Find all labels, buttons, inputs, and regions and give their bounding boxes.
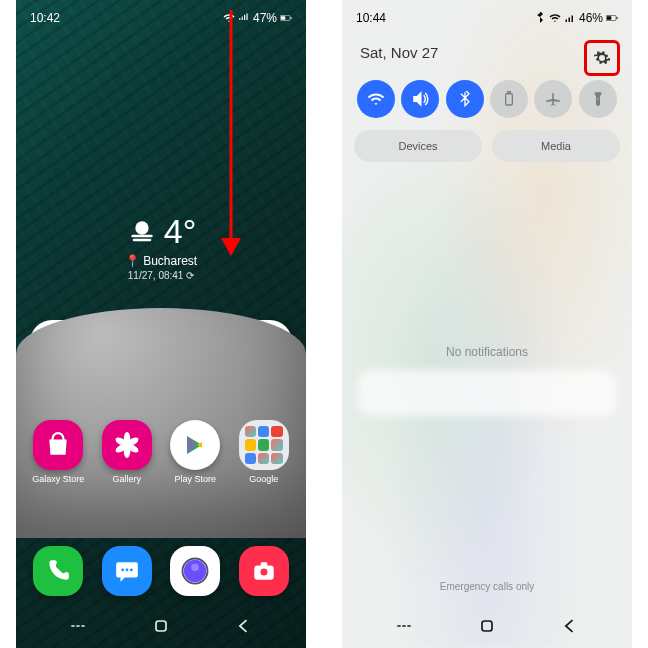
dock-messages[interactable] [97, 546, 157, 596]
home-button[interactable] [151, 616, 171, 636]
status-time: 10:42 [30, 11, 60, 25]
svg-rect-27 [156, 621, 166, 631]
dock-camera[interactable] [234, 546, 294, 596]
panel-date: Sat, Nov 27 [360, 44, 438, 61]
svg-rect-5 [132, 238, 151, 241]
svg-rect-33 [482, 621, 492, 631]
back-button[interactable] [234, 616, 254, 636]
svg-point-22 [192, 564, 200, 572]
toggle-power-saving[interactable] [490, 80, 528, 118]
toggle-sound[interactable] [401, 80, 439, 118]
sound-icon [411, 90, 429, 108]
status-bar: 10:42 47% [16, 0, 306, 32]
notification-panel: 10:44 46% Sat, Nov 27 Devices Media No n… [342, 0, 632, 648]
nav-bar [16, 604, 306, 648]
svg-point-3 [135, 221, 148, 234]
recents-button[interactable] [68, 616, 88, 636]
quick-settings [342, 80, 632, 118]
svg-rect-26 [261, 562, 268, 566]
devices-button[interactable]: Devices [354, 130, 482, 162]
app-gallery[interactable]: Gallery [97, 420, 157, 484]
dock [16, 546, 306, 596]
svg-rect-2 [281, 16, 286, 20]
phone-icon [45, 558, 71, 584]
camera-icon [251, 558, 277, 584]
wifi-icon [223, 12, 235, 24]
toggle-airplane[interactable] [534, 80, 572, 118]
no-notifications-text: No notifications [342, 345, 632, 359]
svg-point-19 [130, 569, 133, 572]
emergency-text: Emergency calls only [342, 581, 632, 592]
toggle-wifi[interactable] [357, 80, 395, 118]
airplane-icon [544, 90, 562, 108]
app-play-store[interactable]: Play Store [165, 420, 225, 484]
bluetooth-icon [457, 91, 473, 107]
nav-bar [342, 604, 632, 648]
signal-icon [238, 12, 250, 24]
qs-pills: Devices Media [354, 130, 620, 162]
recents-button[interactable] [394, 616, 414, 636]
message-icon [114, 558, 140, 584]
battery-saver-icon [501, 91, 517, 107]
home-screen: 10:42 47% 4° 📍 Bucharest 11/27, 08:41 ⟳ … [16, 0, 306, 648]
svg-rect-0 [280, 16, 290, 21]
app-folder-google[interactable]: Google [234, 420, 294, 484]
svg-point-18 [125, 569, 128, 572]
gear-icon [593, 49, 611, 67]
app-row: Galaxy Store Gallery Play Store Google [16, 420, 306, 484]
globe-icon [180, 556, 210, 586]
wifi-icon [367, 90, 385, 108]
flashlight-icon [590, 91, 606, 107]
svg-rect-4 [131, 234, 152, 237]
home-button[interactable] [477, 616, 497, 636]
back-button[interactable] [560, 616, 580, 636]
weather-widget[interactable]: 4° 📍 Bucharest 11/27, 08:41 ⟳ [16, 212, 306, 281]
toggle-flashlight[interactable] [579, 80, 617, 118]
toggle-bluetooth[interactable] [446, 80, 484, 118]
svg-rect-32 [508, 92, 511, 94]
play-icon [183, 433, 207, 457]
dock-internet[interactable] [165, 546, 225, 596]
dock-phone[interactable] [28, 546, 88, 596]
shopping-bag-icon [45, 432, 71, 458]
settings-button[interactable] [584, 40, 620, 76]
battery-text: 47% [253, 11, 277, 25]
svg-point-17 [121, 569, 124, 572]
folder-icon [239, 420, 289, 470]
fog-icon [126, 216, 158, 248]
flower-icon [114, 432, 140, 458]
media-button[interactable]: Media [492, 130, 620, 162]
battery-icon [280, 12, 292, 24]
app-galaxy-store[interactable]: Galaxy Store [28, 420, 88, 484]
blurred-card [358, 370, 616, 416]
svg-rect-31 [506, 94, 513, 105]
svg-rect-1 [291, 17, 292, 19]
